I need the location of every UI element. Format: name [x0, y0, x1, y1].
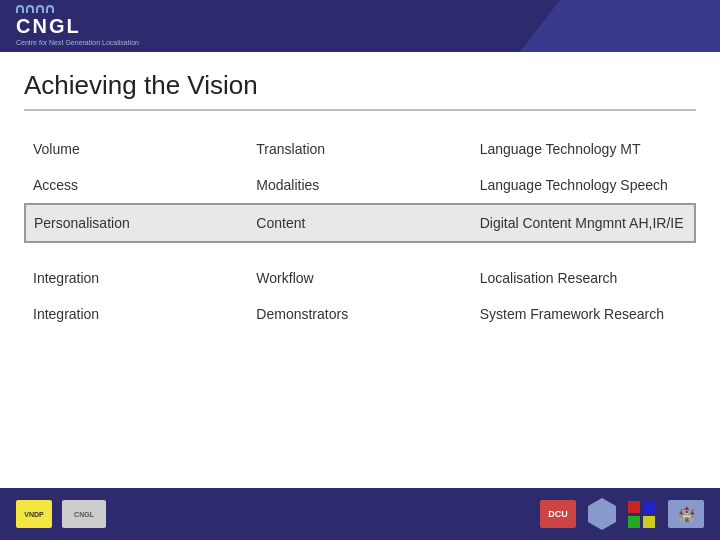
table-cell-col3: Language Technology MT [472, 131, 695, 167]
header-diagonal [520, 0, 720, 52]
table-cell-col1: Personalisation [25, 204, 248, 242]
footer-bar: VNDP CNGL DCU 🏰 [0, 488, 720, 540]
title-divider [24, 109, 696, 111]
footer-logos-left: VNDP CNGL [16, 500, 106, 528]
logo-text: CNGL [16, 15, 81, 38]
table-cell-col3: Localisation Research [472, 260, 695, 296]
header-bar: CNGL Centre for Next Generation Localisa… [0, 0, 720, 52]
table-row: Volume Translation Language Technology M… [25, 131, 695, 167]
castle-logo: 🏰 [668, 500, 704, 528]
table-cell-col3: Digital Content Mngmnt AH,IR/IE [472, 204, 695, 242]
table-cell-col2: Demonstrators [248, 296, 471, 332]
table-cell-col3: Language Technology Speech [472, 167, 695, 204]
title-section: Achieving the Vision [0, 52, 720, 119]
content-area: Volume Translation Language Technology M… [0, 119, 720, 332]
table-cell-col1: Access [25, 167, 248, 204]
page-title: Achieving the Vision [24, 70, 696, 101]
grid-cell-3 [628, 516, 640, 528]
second-logo: CNGL [62, 500, 106, 528]
wave-3 [36, 5, 44, 13]
logo-subtitle: Centre for Next Generation Localisation [16, 38, 139, 47]
logo-area: CNGL Centre for Next Generation Localisa… [16, 5, 139, 47]
table-row: Integration Workflow Localisation Resear… [25, 260, 695, 296]
table-row: Personalisation Content Digital Content … [25, 204, 695, 242]
footer-logos-right: DCU 🏰 [540, 498, 704, 530]
main-table: Volume Translation Language Technology M… [24, 131, 696, 332]
dcu-logo: DCU [540, 500, 576, 528]
table-cell-col1: Integration [25, 296, 248, 332]
grid-logo [628, 500, 656, 528]
grid-cell-1 [628, 501, 640, 513]
wave-4 [46, 5, 54, 13]
table-cell-col2: Content [248, 204, 471, 242]
grid-cell-4 [643, 516, 655, 528]
table-row: Integration Demonstrators System Framewo… [25, 296, 695, 332]
grid-cell-2 [643, 501, 655, 513]
shield-logo [588, 498, 616, 530]
table-cell-col2: Translation [248, 131, 471, 167]
table-spacer-row [25, 242, 695, 260]
vndp-logo: VNDP [16, 500, 52, 528]
table-cell-col2: Workflow [248, 260, 471, 296]
logo-waves [16, 5, 54, 13]
wave-1 [16, 5, 24, 13]
table-cell-col3: System Framework Research [472, 296, 695, 332]
wave-2 [26, 5, 34, 13]
table-cell-col1: Volume [25, 131, 248, 167]
table-row: Access Modalities Language Technology Sp… [25, 167, 695, 204]
table-cell-col1: Integration [25, 260, 248, 296]
table-cell-col2: Modalities [248, 167, 471, 204]
